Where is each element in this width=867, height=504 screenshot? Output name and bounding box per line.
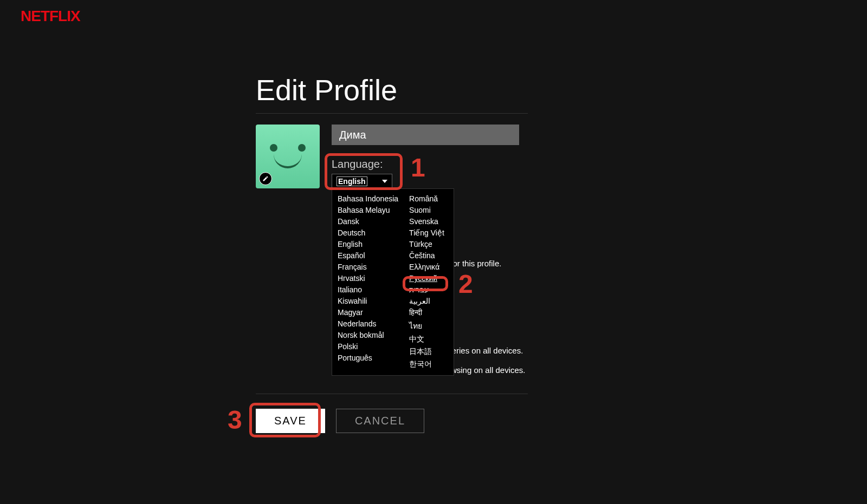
language-option[interactable]: Türkçe — [409, 239, 448, 250]
language-option[interactable]: Español — [338, 250, 398, 261]
divider — [256, 113, 528, 114]
language-option[interactable]: Svenska — [409, 216, 448, 227]
language-option[interactable]: Português — [338, 352, 398, 364]
language-option[interactable]: English — [338, 239, 398, 250]
language-option[interactable]: Bahasa Indonesia — [338, 193, 398, 205]
edit-avatar-button[interactable] — [259, 172, 272, 185]
language-option[interactable]: Suomi — [409, 205, 448, 216]
chevron-down-icon — [382, 180, 387, 183]
language-option[interactable]: हिन्दी — [409, 307, 448, 319]
language-dropdown: Bahasa IndonesiaBahasa MelayuDanskDeutsc… — [332, 188, 454, 376]
language-option[interactable]: Русский — [409, 273, 448, 284]
language-option[interactable]: Polski — [338, 341, 398, 352]
divider-bottom — [256, 394, 528, 394]
language-option[interactable]: Magyar — [338, 307, 398, 318]
language-option[interactable]: Français — [338, 261, 398, 273]
language-option[interactable]: Ελληνικά — [409, 261, 448, 273]
netflix-logo[interactable]: NETFLIX — [21, 8, 80, 25]
language-option[interactable]: 日本語 — [409, 346, 448, 358]
language-option[interactable]: עברית — [409, 284, 448, 296]
language-selected-value: English — [337, 176, 367, 186]
language-option[interactable]: Bahasa Melayu — [338, 205, 398, 216]
language-option[interactable]: Nederlands — [338, 318, 398, 330]
language-option[interactable]: Čeština — [409, 250, 448, 261]
language-option[interactable]: Tiếng Việt — [409, 227, 448, 239]
language-option[interactable]: 中文 — [409, 333, 448, 346]
language-option[interactable]: العربية — [409, 296, 448, 307]
pencil-icon — [262, 175, 269, 182]
annotation-number-3: 3 — [228, 405, 242, 435]
language-option[interactable]: Norsk bokmål — [338, 330, 398, 341]
language-option[interactable]: Română — [409, 193, 448, 205]
language-option[interactable]: Kiswahili — [338, 296, 398, 307]
language-select[interactable]: English — [332, 174, 392, 189]
language-option[interactable]: ไทย — [409, 319, 448, 333]
cancel-button[interactable]: CANCEL — [336, 409, 424, 433]
page-title: Edit Profile — [256, 73, 528, 107]
profile-name-input[interactable] — [332, 125, 519, 145]
language-option[interactable]: 한국어 — [409, 358, 448, 371]
language-option[interactable]: Deutsch — [338, 227, 398, 239]
language-option[interactable]: Hrvatski — [338, 273, 398, 284]
save-button[interactable]: SAVE — [256, 409, 325, 433]
language-option[interactable]: Italiano — [338, 284, 398, 296]
language-label: Language: — [332, 158, 528, 171]
language-option[interactable]: Dansk — [338, 216, 398, 227]
avatar-wrapper — [256, 125, 320, 188]
